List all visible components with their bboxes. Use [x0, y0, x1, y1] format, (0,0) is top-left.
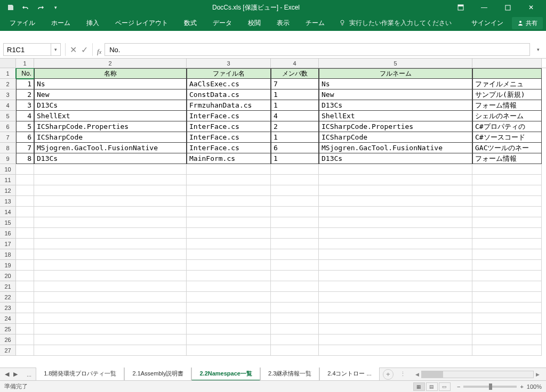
- cell[interactable]: [319, 217, 472, 228]
- add-sheet-button[interactable]: +: [383, 369, 394, 380]
- cell[interactable]: [319, 334, 472, 345]
- cell[interactable]: 4: [271, 111, 319, 121]
- row-header[interactable]: 24: [0, 313, 16, 324]
- cell[interactable]: [187, 217, 271, 228]
- cell[interactable]: 6: [16, 132, 34, 143]
- cell[interactable]: D13Cs: [34, 100, 187, 111]
- close-icon[interactable]: ✕: [520, 0, 542, 15]
- cell[interactable]: 5: [16, 121, 34, 132]
- name-box[interactable]: R1C1: [3, 43, 51, 56]
- cell[interactable]: [34, 303, 187, 313]
- cell[interactable]: [271, 185, 319, 196]
- cell[interactable]: C#プロパティの: [472, 121, 542, 132]
- page-break-view-button[interactable]: ▭: [439, 382, 451, 391]
- cell[interactable]: [472, 217, 542, 228]
- cell[interactable]: ShellExt: [34, 111, 187, 121]
- row-header[interactable]: 26: [0, 334, 16, 345]
- cell[interactable]: [34, 345, 187, 356]
- cell[interactable]: [472, 281, 542, 292]
- cell[interactable]: MSjogren.GacTool.FusionNative: [319, 143, 472, 153]
- row-header[interactable]: 11: [0, 175, 16, 185]
- cell[interactable]: 1: [16, 79, 34, 89]
- row-header[interactable]: 27: [0, 345, 16, 356]
- cell[interactable]: [34, 292, 187, 303]
- cell[interactable]: [271, 292, 319, 303]
- cell[interactable]: [187, 313, 271, 324]
- cell[interactable]: GACツールのネー: [472, 143, 542, 153]
- cell[interactable]: [16, 217, 34, 228]
- cell[interactable]: [271, 281, 319, 292]
- cell[interactable]: 3: [16, 100, 34, 111]
- cell[interactable]: [271, 260, 319, 271]
- row-header[interactable]: 10: [0, 164, 16, 175]
- formula-expand-icon[interactable]: ▾: [533, 43, 543, 56]
- cell[interactable]: 2: [271, 121, 319, 132]
- cell[interactable]: [271, 334, 319, 345]
- row-header[interactable]: 5: [0, 111, 16, 121]
- cell[interactable]: [187, 239, 271, 249]
- cell[interactable]: C#ソースコード: [472, 132, 542, 143]
- cell[interactable]: [187, 292, 271, 303]
- cell[interactable]: [34, 324, 187, 334]
- cell[interactable]: [472, 228, 542, 239]
- cell[interactable]: D13Cs: [34, 153, 187, 164]
- cell[interactable]: ConstData.cs: [187, 89, 271, 100]
- col-header[interactable]: 4: [271, 59, 319, 68]
- cell[interactable]: [319, 345, 472, 356]
- row-header[interactable]: 18: [0, 249, 16, 260]
- cell[interactable]: [187, 260, 271, 271]
- cell[interactable]: FrmzuhanData.cs: [187, 100, 271, 111]
- cell[interactable]: [16, 303, 34, 313]
- ribbon-tab[interactable]: 数式: [178, 15, 203, 31]
- ribbon-tab[interactable]: ホーム: [45, 15, 77, 31]
- cell[interactable]: [187, 324, 271, 334]
- cell[interactable]: [271, 239, 319, 249]
- table-header-cell[interactable]: 名称: [34, 68, 187, 79]
- table-header-cell[interactable]: フルネーム: [319, 68, 472, 79]
- table-header-cell[interactable]: No.: [16, 68, 34, 79]
- cell[interactable]: シェルのネーム: [472, 111, 542, 121]
- cell[interactable]: [271, 303, 319, 313]
- cell[interactable]: [34, 185, 187, 196]
- cell[interactable]: [271, 196, 319, 207]
- cell[interactable]: [271, 228, 319, 239]
- col-header[interactable]: 3: [187, 59, 271, 68]
- cell[interactable]: ファイルメニュ: [472, 79, 542, 89]
- cell[interactable]: [472, 303, 542, 313]
- cell[interactable]: [472, 292, 542, 303]
- row-header[interactable]: 12: [0, 185, 16, 196]
- cell[interactable]: [34, 164, 187, 175]
- row-header[interactable]: 3: [0, 89, 16, 100]
- cell[interactable]: Ns: [319, 79, 472, 89]
- cell[interactable]: [16, 239, 34, 249]
- page-layout-view-button[interactable]: ▤: [426, 382, 438, 391]
- cell[interactable]: フォーム情報: [472, 153, 542, 164]
- cell[interactable]: [271, 217, 319, 228]
- formula-input[interactable]: No.: [105, 43, 530, 56]
- cell[interactable]: [16, 185, 34, 196]
- col-header[interactable]: 2: [34, 59, 187, 68]
- cell[interactable]: [319, 281, 472, 292]
- table-header-cell[interactable]: メンバ数: [271, 68, 319, 79]
- cell[interactable]: [271, 324, 319, 334]
- cell[interactable]: [472, 271, 542, 281]
- cell[interactable]: [34, 175, 187, 185]
- cell[interactable]: [34, 249, 187, 260]
- cell[interactable]: [34, 271, 187, 281]
- cell[interactable]: [34, 228, 187, 239]
- ribbon-tab[interactable]: 挿入: [80, 15, 106, 31]
- row-header[interactable]: 13: [0, 196, 16, 207]
- cell[interactable]: [34, 207, 187, 217]
- row-header[interactable]: 6: [0, 121, 16, 132]
- cell[interactable]: [319, 260, 472, 271]
- zoom-in-button[interactable]: +: [520, 383, 523, 390]
- file-tab[interactable]: ファイル: [3, 15, 42, 31]
- row-header[interactable]: 8: [0, 143, 16, 153]
- cell[interactable]: ICSharpCode.Properties: [34, 121, 187, 132]
- signin-link[interactable]: サインイン: [466, 15, 509, 31]
- cell[interactable]: [472, 313, 542, 324]
- save-icon[interactable]: [4, 1, 17, 14]
- row-header[interactable]: 17: [0, 239, 16, 249]
- col-header[interactable]: 1: [16, 59, 34, 68]
- cell[interactable]: AaClsExec.cs: [187, 79, 271, 89]
